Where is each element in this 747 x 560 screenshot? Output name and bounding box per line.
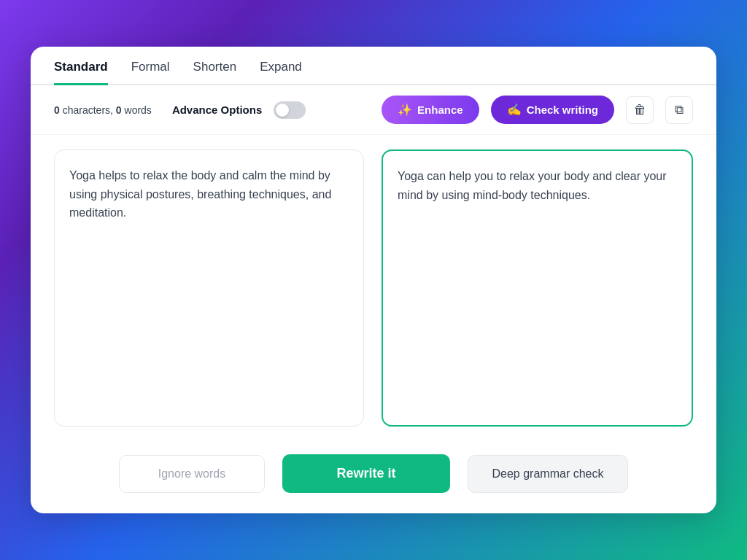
ignore-words-button[interactable]: Ignore words bbox=[119, 455, 265, 493]
grammar-check-button[interactable]: Deep grammar check bbox=[468, 455, 628, 493]
delete-button[interactable]: 🗑 bbox=[626, 96, 654, 124]
output-text-box[interactable]: Yoga can help you to relax your body and… bbox=[382, 149, 693, 427]
rewrite-button[interactable]: Rewrite it bbox=[282, 454, 450, 493]
tab-shorten[interactable]: Shorten bbox=[193, 60, 237, 85]
char-count: 0 characters, 0 words bbox=[54, 104, 152, 116]
copy-icon: ⧉ bbox=[675, 103, 684, 117]
toolbar: 0 characters, 0 words Advance Options ✨ … bbox=[31, 85, 716, 135]
tab-expand[interactable]: Expand bbox=[260, 60, 302, 85]
copy-button[interactable]: ⧉ bbox=[665, 96, 693, 124]
bottom-bar: Ignore words Rewrite it Deep grammar che… bbox=[31, 441, 716, 513]
tab-bar: Standard Formal Shorten Expand bbox=[31, 47, 716, 85]
main-card: Standard Formal Shorten Expand 0 charact… bbox=[31, 47, 716, 513]
text-areas: Yoga helps to relax the body and calm th… bbox=[31, 135, 716, 441]
tab-formal[interactable]: Formal bbox=[131, 60, 170, 85]
advance-options-label: Advance Options bbox=[172, 104, 262, 116]
advance-options-toggle[interactable] bbox=[274, 101, 306, 119]
trash-icon: 🗑 bbox=[634, 103, 646, 117]
input-text-box[interactable]: Yoga helps to relax the body and calm th… bbox=[54, 149, 364, 427]
tab-standard[interactable]: Standard bbox=[54, 60, 108, 85]
enhance-button[interactable]: ✨ Enhance bbox=[382, 96, 479, 124]
check-writing-button[interactable]: ✍️ Check writing bbox=[491, 96, 614, 124]
check-icon: ✍️ bbox=[507, 103, 522, 117]
enhance-icon: ✨ bbox=[398, 103, 412, 117]
